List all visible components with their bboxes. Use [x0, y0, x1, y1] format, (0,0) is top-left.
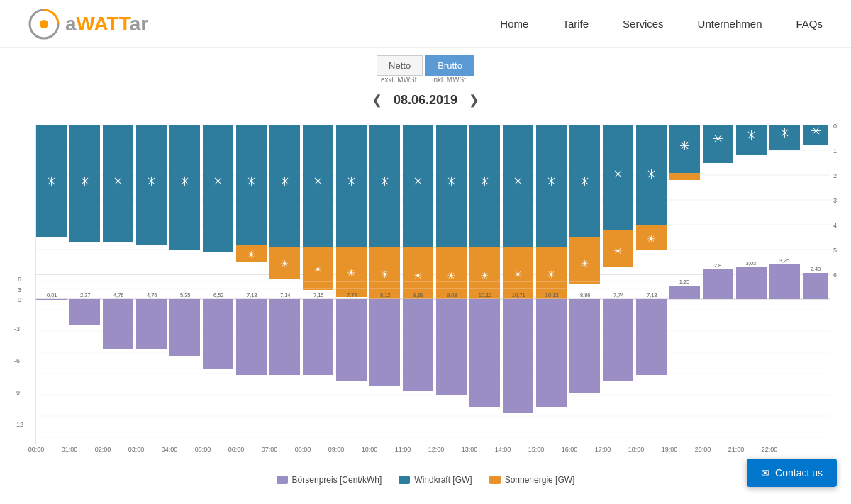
nav-tarife[interactable]: Tarife	[562, 18, 589, 30]
legend-solar: Sonnenergie [GW]	[489, 475, 575, 485]
x-label-12: 12:00	[428, 446, 445, 453]
wind-icon-0: ✳	[46, 174, 57, 189]
wind-icon-3: ✳	[146, 174, 157, 189]
logo-icon	[28, 9, 60, 40]
solar-icon-9: ☀	[347, 267, 356, 279]
wind-icon-21: ✳	[746, 128, 757, 142]
x-label-8: 08:00	[295, 446, 311, 453]
price-val-15: -10,12	[543, 292, 558, 298]
wind-icon-16: ✳	[579, 174, 590, 189]
wind-icon-23: ✳	[811, 124, 821, 138]
price-val-14: -10,71	[510, 292, 525, 298]
wind-icon-8: ✳	[313, 174, 323, 189]
wind-icon-7: ✳	[279, 174, 290, 189]
x-label-10: 10:00	[362, 446, 378, 453]
x-label-1: 01:00	[62, 446, 78, 453]
x-label-20: 20:00	[695, 446, 711, 453]
nav-unternehmen[interactable]: Unternehmen	[698, 18, 762, 30]
header: aWATTar Home Tarife Services Unternehmen…	[0, 0, 851, 48]
wind-bar-6	[236, 125, 267, 252]
wind-bar-13	[469, 125, 500, 254]
wind-bar-7	[269, 125, 300, 254]
solar-icon-13: ☀	[480, 270, 489, 281]
x-label-11: 11:00	[395, 446, 411, 453]
wind-bar-12	[436, 125, 467, 254]
price-bar-6	[236, 299, 267, 375]
logo: aWATTar	[28, 9, 148, 40]
contact-label: Contact us	[775, 467, 823, 478]
x-label-21: 21:00	[728, 446, 745, 453]
price-bar-18	[636, 299, 667, 375]
wind-icon-9: ✳	[346, 174, 357, 189]
nav-services[interactable]: Services	[623, 18, 664, 30]
x-label-13: 13:00	[462, 446, 478, 453]
solar-icon-10: ☀	[380, 269, 389, 280]
price-bar-21	[736, 267, 767, 299]
solar-icon-12: ☀	[447, 270, 456, 281]
price-bar-15	[536, 299, 567, 407]
x-label-2: 02:00	[95, 446, 111, 453]
logo-text: aWATTar	[65, 13, 148, 35]
solar-icon-17: ☀	[613, 245, 623, 257]
x-label-19: 19:00	[662, 446, 678, 453]
legend: Börsenpreis [Cent/kWh] Windkraft [GW] So…	[14, 475, 837, 485]
x-label-22: 22:00	[762, 446, 778, 453]
next-date-button[interactable]: ❯	[469, 92, 479, 108]
price-bar-0	[36, 299, 67, 300]
legend-price-box	[277, 476, 288, 484]
wind-icon-13: ✳	[479, 174, 490, 189]
legend-wind-box	[399, 476, 410, 484]
wind-icon-18: ✳	[646, 167, 657, 181]
wind-bar-5	[203, 125, 233, 252]
price-bar-23	[803, 273, 828, 299]
legend-price-label: Börsenpreis [Cent/kWh]	[292, 475, 382, 485]
svg-text:10: 10	[833, 147, 837, 155]
price-bar-8	[303, 299, 333, 375]
contact-button[interactable]: ✉ Contact us	[747, 459, 837, 487]
contact-icon: ✉	[761, 467, 769, 478]
svg-text:0: 0	[18, 296, 21, 303]
price-val-5: -6,52	[211, 292, 223, 298]
price-val-18: -7,13	[645, 292, 657, 298]
solar-icon-15: ☀	[547, 269, 556, 280]
x-label-7: 07:00	[262, 446, 278, 453]
svg-text:3: 3	[18, 286, 21, 293]
wind-icon-1: ✳	[79, 174, 90, 189]
svg-text:6: 6	[18, 276, 21, 283]
price-val-0: -0,01	[45, 292, 57, 298]
solar-icon-11: ☀	[413, 270, 423, 281]
netto-toggle[interactable]: Netto	[377, 55, 423, 76]
legend-solar-box	[489, 476, 501, 484]
wind-icon-14: ✳	[513, 174, 523, 189]
nav-home[interactable]: Home	[500, 18, 528, 30]
price-bar-9	[336, 299, 367, 381]
price-bar-20	[703, 269, 733, 299]
svg-text:-9: -9	[14, 389, 20, 396]
price-val-8: -7,15	[311, 292, 323, 298]
price-val-6: -7,13	[245, 292, 257, 298]
wind-icon-11: ✳	[413, 174, 423, 189]
wind-icon-2: ✳	[113, 174, 123, 189]
nav-faqs[interactable]: FAQs	[796, 18, 823, 30]
solar-icon-18: ☀	[647, 233, 656, 245]
price-bar-7	[269, 299, 300, 375]
price-val-22: 3,25	[779, 257, 790, 264]
brutto-toggle[interactable]: Brutto	[425, 55, 474, 76]
price-val-10: -8,12	[378, 292, 390, 298]
price-bar-19	[669, 286, 700, 299]
x-label-17: 17:00	[595, 446, 611, 453]
svg-point-1	[40, 20, 48, 28]
solar-bar-19	[669, 173, 700, 180]
main-content: Netto exkl. MWSt. Brutto inkl. MWSt. ❮ 0…	[0, 48, 851, 499]
x-label-5: 05:00	[195, 446, 211, 453]
current-date: 08.06.2019	[394, 93, 457, 108]
price-bar-12	[436, 299, 467, 395]
wind-bar-10	[369, 125, 400, 254]
prev-date-button[interactable]: ❮	[372, 92, 382, 108]
wind-icon-12: ✳	[446, 174, 457, 189]
legend-solar-label: Sonnenergie [GW]	[505, 475, 575, 485]
svg-text:-6: -6	[14, 357, 20, 364]
date-nav: ❮ 08.06.2019 ❯	[14, 92, 837, 108]
legend-wind-label: Windkraft [GW]	[414, 475, 472, 485]
wind-bar-14	[503, 125, 533, 254]
